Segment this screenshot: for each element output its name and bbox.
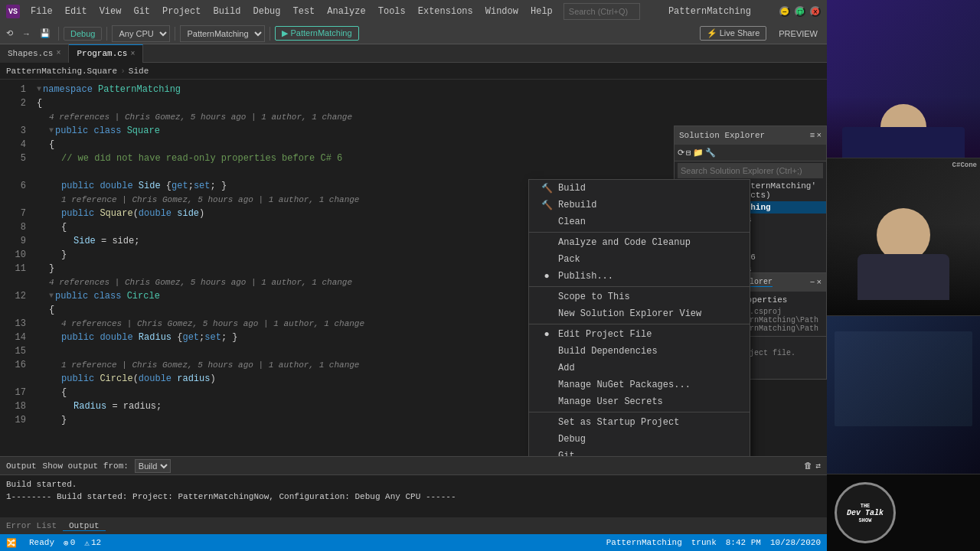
toolbar-save[interactable]: 💾	[37, 25, 54, 42]
branch-status: trunk	[691, 538, 717, 547]
status-right: PatternMatching trunk 8:42 PM 10/28/2020	[606, 538, 821, 547]
menu-project[interactable]: Project	[158, 5, 205, 18]
errors-badge[interactable]: ⊗ 0	[64, 538, 75, 548]
maximize-button[interactable]: □	[795, 6, 805, 17]
ctx-user-secrets[interactable]: Manage User Secrets	[529, 393, 750, 410]
output-wrap-icon[interactable]: ⇄	[815, 461, 821, 471]
collapse-icon[interactable]: ⊟	[686, 148, 691, 158]
ctx-build[interactable]: 🔨Build	[529, 180, 750, 197]
menu-git[interactable]: Git	[129, 5, 155, 18]
publish-icon: ●	[541, 271, 552, 282]
props-close-icon[interactable]: ×	[816, 278, 822, 287]
debug-mode-btn[interactable]: Debug	[64, 27, 102, 41]
preview-button[interactable]: PREVIEW	[773, 28, 824, 40]
tab-program[interactable]: Program.cs ×	[69, 44, 143, 63]
analyze-icon	[541, 237, 552, 248]
code-line-2: {	[37, 96, 821, 110]
breadcrumb-namespace[interactable]: PatternMatching.Square	[6, 67, 117, 76]
project-name-status: PatternMatching	[606, 538, 682, 547]
webcam-panel-middle: C#Cone	[827, 158, 980, 317]
ctx-add[interactable]: Add	[529, 360, 750, 377]
output-clear-icon[interactable]: 🗑	[804, 461, 812, 471]
line-numbers: 1 2 3 4 5 6 7 8 9 10 11 12 13 14 15	[0, 80, 31, 456]
global-search-input[interactable]	[564, 3, 640, 20]
ctx-rebuild[interactable]: 🔨Rebuild	[529, 197, 750, 214]
ctx-analyze[interactable]: Analyze and Code Cleanup	[529, 234, 750, 251]
close-tab-program[interactable]: ×	[130, 50, 135, 58]
menu-view[interactable]: View	[95, 5, 126, 18]
bottom-tab-bar: Error List Output	[0, 517, 827, 534]
project-dropdown[interactable]: PatternMatching	[180, 25, 265, 42]
menu-tools[interactable]: Tools	[374, 5, 410, 18]
output-source-dropdown[interactable]: Build	[135, 459, 171, 473]
output-header: Output Show output from: Build 🗑 ⇄	[0, 457, 827, 475]
menu-help[interactable]: Help	[526, 5, 557, 18]
sync-icon[interactable]: ⟳	[678, 148, 684, 158]
ctx-build-deps[interactable]: Build Dependencies	[529, 343, 750, 360]
window-controls: − □ ×	[779, 6, 821, 17]
props-min-icon[interactable]: −	[810, 278, 815, 287]
minimize-button[interactable]: −	[779, 6, 790, 17]
vs-logo: VS	[6, 5, 20, 18]
toolbar-sep4	[270, 27, 270, 41]
menu-window[interactable]: Window	[481, 5, 523, 18]
live-share-button[interactable]: ⚡ Live Share	[700, 26, 767, 41]
ctx-debug[interactable]: Debug	[529, 431, 750, 448]
toolbar-sep2	[106, 27, 107, 41]
git-icon: 🔀	[6, 538, 17, 548]
menu-debug[interactable]: Debug	[248, 5, 285, 18]
dev-talk-logo: THE Dev Talk SHOW	[835, 482, 896, 543]
context-menu: 🔨Build 🔨Rebuild Clean Analyze and Code C…	[528, 179, 750, 456]
menu-analyze[interactable]: Analyze	[322, 5, 370, 18]
ctx-sep2	[529, 286, 750, 287]
webcam-section: C#Cone THE Dev Talk SHOW	[827, 0, 980, 551]
breadcrumb-member[interactable]: Side	[129, 67, 149, 76]
tab-shapes[interactable]: Shapes.cs ×	[0, 44, 69, 63]
ctx-scope[interactable]: Scope to This	[529, 289, 750, 305]
solution-panel-toolbar: ⟳ ⊟ 📁 🔧	[675, 145, 826, 161]
properties-panel-icon[interactable]: 🔧	[705, 148, 716, 158]
output-toolbar-icons: 🗑 ⇄	[804, 461, 821, 471]
run-button[interactable]: ▶ PatternMatching	[275, 26, 358, 41]
toolbar-undo[interactable]: ⟲	[3, 25, 16, 42]
close-button[interactable]: ×	[810, 6, 821, 17]
ready-status: Ready	[29, 538, 54, 547]
ctx-edit-project[interactable]: ●Edit Project File	[529, 326, 750, 343]
toolbar-sep3	[175, 27, 175, 41]
ctx-clean[interactable]: Clean	[529, 214, 750, 230]
panel-close-icon[interactable]: ×	[816, 131, 822, 140]
platform-dropdown[interactable]: Any CPU	[112, 25, 170, 42]
warnings-badge[interactable]: ⚠ 12	[84, 538, 101, 548]
webcam-panel-top	[827, 0, 980, 158]
ctx-set-startup[interactable]: Set as Startup Project	[529, 414, 750, 431]
error-list-tab[interactable]: Error List	[0, 521, 63, 530]
code-line-1: ▼namespace PatternMatching	[37, 83, 821, 96]
build-icon: 🔨	[541, 183, 552, 194]
time-status: 8:42 PM	[726, 538, 761, 547]
panel-toolbar-icon[interactable]: ≡	[810, 131, 815, 140]
editor-area: 1 2 3 4 5 6 7 8 9 10 11 12 13 14 15	[0, 80, 827, 456]
ctx-sep1	[529, 232, 750, 233]
ctx-nuget[interactable]: Manage NuGet Packages...	[529, 377, 750, 393]
output-tab[interactable]: Output	[63, 521, 106, 531]
close-tab-shapes[interactable]: ×	[56, 49, 60, 57]
menu-file[interactable]: File	[26, 5, 57, 18]
toolbar-redo[interactable]: →	[19, 25, 34, 42]
editor-tab-bar: Shapes.cs × Program.cs ×	[0, 44, 827, 63]
ctx-publish[interactable]: ●Publish...	[529, 268, 750, 285]
menu-extensions[interactable]: Extensions	[413, 5, 478, 18]
menu-test[interactable]: Test	[289, 5, 320, 18]
ctx-new-view[interactable]: New Solution Explorer View	[529, 305, 750, 322]
solution-explorer-header: Solution Explorer ≡ ×	[675, 126, 826, 145]
show-from-label: Show output from:	[43, 461, 129, 471]
show-all-files-icon[interactable]: 📁	[693, 148, 704, 158]
title-bar: VS File Edit View Git Project Build Debu…	[0, 0, 827, 23]
ctx-git[interactable]: Git	[529, 448, 750, 456]
ctx-sep3	[529, 324, 750, 324]
menu-edit[interactable]: Edit	[60, 5, 92, 18]
solution-search-input[interactable]	[678, 163, 823, 178]
main-toolbar: ⟲ → 💾 Debug Any CPU PatternMatching ▶ Pa…	[0, 23, 827, 44]
menu-build[interactable]: Build	[208, 5, 245, 18]
ctx-pack[interactable]: Pack	[529, 251, 750, 268]
webcam-panel-bottom	[827, 316, 980, 474]
